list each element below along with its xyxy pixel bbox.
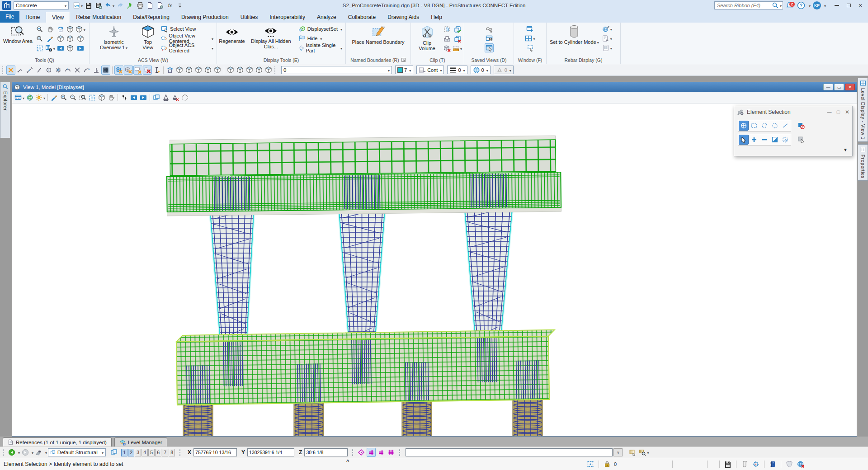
tab-drawing-production[interactable]: Drawing Production bbox=[175, 12, 235, 23]
clip-ghost[interactable] bbox=[443, 25, 452, 34]
help-dropdown-icon[interactable] bbox=[808, 3, 811, 8]
select-subtract[interactable] bbox=[760, 135, 769, 145]
snap-tangent[interactable] bbox=[63, 66, 72, 75]
viewport[interactable] bbox=[12, 103, 857, 436]
object-acs-centered-button[interactable]: Object ACS Centered bbox=[159, 43, 215, 52]
delete-clip[interactable] bbox=[443, 44, 452, 53]
tab-drawing-aids[interactable]: Drawing Aids bbox=[382, 12, 425, 23]
snap-mode[interactable] bbox=[101, 66, 110, 75]
tab-collaborate[interactable]: Collaborate bbox=[342, 12, 382, 23]
pier-cap-top[interactable] bbox=[170, 136, 556, 176]
view-previous[interactable] bbox=[129, 93, 138, 102]
clip-measure[interactable] bbox=[452, 44, 462, 53]
view-restore-button[interactable]: ▭ bbox=[834, 84, 844, 90]
notifications-button[interactable]: 2 bbox=[785, 1, 794, 10]
grid-lock[interactable] bbox=[377, 448, 386, 457]
isolate-single-part-button[interactable]: Isolate Single Part bbox=[297, 43, 344, 52]
select-clear[interactable] bbox=[780, 135, 790, 145]
view-previous[interactable] bbox=[56, 44, 65, 53]
active-level-combo[interactable]: 0 bbox=[281, 66, 392, 74]
snap-nearest[interactable] bbox=[35, 66, 44, 75]
explorer-panel-tab[interactable]: Explorer bbox=[0, 82, 10, 138]
select-new[interactable] bbox=[739, 135, 749, 145]
create-saved-view[interactable] bbox=[485, 34, 494, 43]
view-toggle-1[interactable]: 1 bbox=[121, 449, 127, 456]
displayset-button[interactable]: DisplaysetSet bbox=[297, 24, 344, 33]
pan-view[interactable] bbox=[107, 93, 116, 102]
dialog-minimize-button[interactable]: — bbox=[827, 109, 831, 114]
accusnap-popup[interactable] bbox=[133, 66, 142, 75]
fence-search[interactable] bbox=[638, 448, 649, 457]
view-cube-4[interactable] bbox=[66, 34, 75, 43]
back-button[interactable] bbox=[7, 448, 16, 457]
acs-grid-lock[interactable] bbox=[367, 448, 376, 457]
select-view-button[interactable]: Select View bbox=[159, 24, 215, 33]
design-history[interactable] bbox=[740, 460, 749, 469]
file-changes[interactable] bbox=[723, 460, 732, 469]
toolbar-grip[interactable] bbox=[274, 66, 276, 74]
app-menu-button[interactable] bbox=[1, 1, 13, 10]
view-toggle-7[interactable] bbox=[236, 66, 245, 75]
toolbar-grip[interactable] bbox=[3, 449, 5, 456]
zoom-out[interactable] bbox=[69, 93, 78, 102]
update-view[interactable] bbox=[50, 93, 59, 102]
view-toggle-4[interactable]: 4 bbox=[142, 449, 148, 456]
remove-clip[interactable] bbox=[452, 34, 462, 43]
zoom-in[interactable] bbox=[35, 25, 44, 34]
tab-level-manager[interactable]: 1 Level Manager bbox=[114, 437, 167, 446]
file-format[interactable]: V8 bbox=[72, 1, 83, 10]
active-priority-combo[interactable]: 0 bbox=[494, 66, 514, 74]
view-toggle-5[interactable] bbox=[213, 66, 222, 75]
pan-view[interactable] bbox=[45, 25, 56, 34]
view-toggle-1[interactable] bbox=[175, 66, 184, 75]
rotate-view[interactable] bbox=[97, 93, 106, 102]
view-cube-2[interactable] bbox=[75, 25, 86, 34]
dialog-close-button[interactable]: ✕ bbox=[845, 109, 849, 115]
active-model-combo[interactable]: Default Structural m bbox=[48, 448, 106, 456]
view-next[interactable] bbox=[75, 44, 86, 53]
fit-view[interactable] bbox=[35, 44, 44, 53]
select-add[interactable] bbox=[749, 135, 759, 145]
expressions[interactable]: fx bbox=[165, 1, 175, 10]
tab-analyze[interactable]: Analyze bbox=[311, 12, 342, 23]
top-view-button[interactable]: Top View bbox=[137, 24, 158, 54]
markups[interactable] bbox=[768, 460, 777, 469]
pier-cap-beam[interactable] bbox=[167, 172, 561, 216]
clip-elements[interactable] bbox=[443, 34, 452, 43]
dialog-launcher-icon[interactable] bbox=[401, 57, 406, 62]
toolbar-grip[interactable] bbox=[352, 449, 354, 456]
zoom-in[interactable] bbox=[59, 93, 68, 102]
tab-references[interactable]: References (1 of 1 unique, 1 displayed) bbox=[3, 437, 112, 446]
chevron-down-icon[interactable] bbox=[31, 450, 33, 455]
active-lineweight-combo[interactable]: 0 bbox=[447, 66, 467, 74]
link-saved-view[interactable] bbox=[485, 24, 494, 33]
fence-mode[interactable] bbox=[628, 448, 637, 457]
active-color-combo[interactable]: 7 bbox=[395, 66, 413, 74]
select-invert[interactable] bbox=[770, 135, 780, 145]
view-cube-5[interactable] bbox=[75, 34, 86, 43]
text-cursor[interactable] bbox=[152, 66, 161, 75]
rebar-schedule[interactable] bbox=[602, 43, 613, 52]
regenerate-button[interactable]: Regenerate bbox=[218, 24, 245, 54]
toolbar-grip[interactable] bbox=[2, 66, 4, 74]
search-dropdown-icon[interactable] bbox=[779, 3, 782, 8]
toolbar-grip[interactable] bbox=[399, 449, 401, 456]
connect-status[interactable] bbox=[796, 460, 805, 469]
save[interactable] bbox=[84, 1, 93, 10]
snap-intersection[interactable] bbox=[54, 66, 63, 75]
view-toggle-5[interactable]: 5 bbox=[148, 449, 155, 456]
select-line[interactable] bbox=[780, 121, 790, 131]
view-cube-3[interactable] bbox=[56, 34, 65, 43]
copy-view[interactable] bbox=[152, 93, 161, 102]
view-close-button[interactable]: ✕ bbox=[845, 84, 855, 90]
pier-column-1[interactable] bbox=[210, 206, 254, 345]
chevron-down-icon[interactable] bbox=[17, 450, 20, 455]
view-display-settings[interactable] bbox=[45, 44, 56, 53]
view-toggle-2[interactable]: 2 bbox=[128, 449, 134, 456]
snap-status[interactable] bbox=[751, 460, 760, 469]
accusnap-identify[interactable] bbox=[124, 66, 133, 75]
minimize-button[interactable] bbox=[831, 1, 843, 10]
set-to-cylinder-mode-button[interactable]: Set to Cylinder Mode bbox=[548, 24, 601, 54]
y-coordinate-field[interactable] bbox=[247, 448, 294, 456]
clip-volume[interactable] bbox=[161, 93, 170, 102]
